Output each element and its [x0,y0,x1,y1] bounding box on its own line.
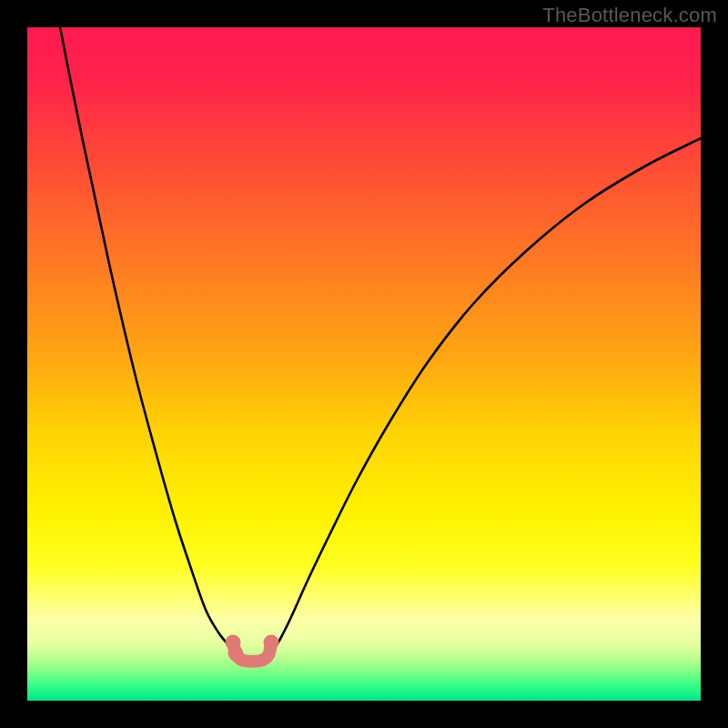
watermark-text: TheBottleneck.com [542,4,717,27]
chart-area [27,27,701,701]
svg-rect-0 [27,27,701,701]
chart-background-gradient [27,27,701,701]
